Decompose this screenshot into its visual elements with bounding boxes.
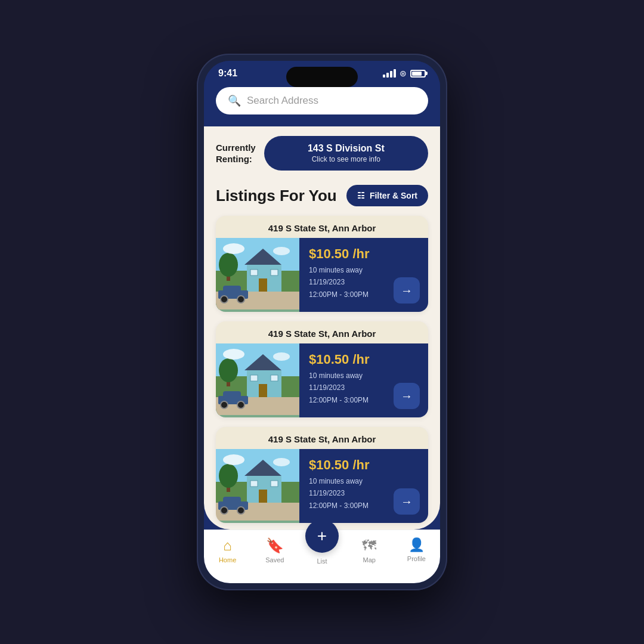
listing-address-2: 419 S State St, Ann Arbor	[216, 321, 428, 343]
listing-image-2	[216, 343, 299, 417]
arrow-right-icon-2: →	[401, 389, 413, 403]
svg-point-29	[237, 401, 244, 408]
svg-point-4	[219, 253, 238, 277]
currently-renting-section: Currently Renting: 143 S Division St Cli…	[204, 126, 440, 180]
svg-rect-24	[250, 375, 258, 381]
phone-screen: 9:41 ⊛ 🔍 Search Address	[204, 61, 440, 583]
arrow-right-icon-3: →	[401, 495, 413, 509]
wifi-icon: ⊛	[400, 69, 407, 78]
svg-point-20	[219, 358, 238, 382]
listing-address-3: 419 S State St, Ann Arbor	[216, 427, 428, 449]
nav-profile-label: Profile	[407, 555, 426, 562]
search-bar[interactable]: 🔍 Search Address	[216, 87, 428, 114]
house-illustration-1	[216, 238, 299, 309]
add-list-button[interactable]: +	[305, 519, 339, 553]
house-illustration-3	[216, 449, 299, 521]
svg-rect-7	[259, 278, 267, 292]
nav-map-label: Map	[363, 556, 376, 564]
filter-sort-label: Filter & Sort	[370, 191, 417, 200]
listing-body-1: $10.50 /hr 10 minutes away 11/19/2023 12…	[216, 238, 428, 312]
svg-point-13	[237, 296, 244, 303]
listing-card-3: 419 S State St, Ann Arbor	[216, 427, 428, 523]
svg-rect-39	[259, 490, 267, 503]
svg-rect-43	[223, 497, 241, 504]
listing-info-2: $10.50 /hr 10 minutes away 11/19/2023 12…	[299, 343, 428, 417]
renting-label: Currently Renting:	[216, 142, 256, 165]
listing-arrow-button-3[interactable]: →	[394, 488, 420, 515]
svg-rect-40	[250, 481, 258, 487]
home-icon: ⌂	[223, 537, 232, 554]
nav-map[interactable]: 🗺 Map	[346, 537, 393, 564]
nav-home[interactable]: ⌂ Home	[204, 537, 251, 564]
svg-rect-25	[271, 375, 278, 381]
nav-saved[interactable]: 🔖 Saved	[251, 537, 298, 564]
svg-point-47	[273, 458, 290, 466]
nav-list-label: List	[317, 558, 327, 565]
svg-rect-27	[223, 391, 241, 398]
search-input[interactable]: Search Address	[247, 95, 318, 107]
listing-arrow-button-2[interactable]: →	[394, 383, 420, 409]
listings-header: Listings For You ☷ Filter & Sort	[216, 185, 428, 206]
svg-rect-11	[223, 286, 241, 293]
saved-icon: 🔖	[266, 537, 284, 554]
arrow-right-icon-1: →	[401, 284, 413, 298]
listing-body-2: $10.50 /hr 10 minutes away 11/19/2023 12…	[216, 343, 428, 417]
renting-address-main: 143 S Division St	[276, 143, 416, 154]
svg-point-46	[223, 454, 244, 465]
listing-card-2: 419 S State St, Ann Arbor	[216, 321, 428, 417]
listings-section: Listings For You ☷ Filter & Sort 419 S S…	[204, 180, 440, 530]
listing-card-1: 419 S State St, Ann Arbor	[216, 216, 428, 312]
battery-icon	[410, 70, 426, 78]
signal-icon	[383, 69, 396, 78]
nav-list-add[interactable]: + List	[298, 531, 345, 565]
svg-rect-8	[250, 270, 258, 275]
listing-price-2: $10.50 /hr	[309, 352, 420, 367]
listing-image-3	[216, 449, 299, 523]
svg-point-44	[221, 507, 228, 514]
svg-point-14	[223, 243, 244, 254]
house-illustration-2	[216, 343, 299, 415]
nav-profile[interactable]: 👤 Profile	[393, 537, 440, 562]
filter-icon: ☷	[357, 191, 365, 200]
svg-point-15	[273, 247, 290, 255]
svg-rect-41	[271, 481, 278, 487]
main-content: Currently Renting: 143 S Division St Cli…	[204, 126, 440, 530]
phone-frame: 9:41 ⊛ 🔍 Search Address	[197, 54, 447, 590]
renting-address-subtext: Click to see more info	[276, 155, 416, 163]
listing-price-1: $10.50 /hr	[309, 246, 420, 262]
listing-address-1: 419 S State St, Ann Arbor	[216, 216, 428, 238]
status-time: 9:41	[218, 68, 237, 79]
listing-image-1	[216, 238, 299, 312]
dynamic-island	[286, 67, 358, 87]
filter-sort-button[interactable]: ☷ Filter & Sort	[346, 185, 428, 206]
svg-point-28	[221, 401, 228, 408]
renting-address-button[interactable]: 143 S Division St Click to see more info	[264, 136, 428, 171]
profile-icon: 👤	[408, 537, 425, 553]
svg-rect-9	[271, 270, 278, 275]
listing-info-1: $10.50 /hr 10 minutes away 11/19/2023 12…	[299, 238, 428, 312]
listings-title: Listings For You	[216, 187, 337, 205]
svg-point-36	[219, 464, 238, 488]
listing-info-3: $10.50 /hr 10 minutes away 11/19/2023 12…	[299, 449, 428, 523]
app-header: 🔍 Search Address	[204, 82, 440, 126]
svg-point-45	[237, 507, 244, 514]
svg-rect-23	[259, 384, 267, 397]
add-icon: +	[317, 528, 327, 544]
listing-arrow-button-1[interactable]: →	[394, 277, 420, 304]
svg-point-30	[223, 349, 244, 360]
nav-saved-label: Saved	[265, 556, 284, 564]
svg-point-31	[273, 352, 290, 361]
search-icon: 🔍	[228, 94, 241, 107]
status-icons: ⊛	[383, 69, 426, 78]
map-icon: 🗺	[362, 537, 376, 554]
listing-body-3: $10.50 /hr 10 minutes away 11/19/2023 12…	[216, 449, 428, 523]
nav-home-label: Home	[219, 556, 236, 564]
bottom-nav: ⌂ Home 🔖 Saved + List 🗺 Map 👤 Profile	[204, 530, 440, 583]
listing-price-3: $10.50 /hr	[309, 457, 420, 473]
svg-point-12	[221, 296, 228, 303]
